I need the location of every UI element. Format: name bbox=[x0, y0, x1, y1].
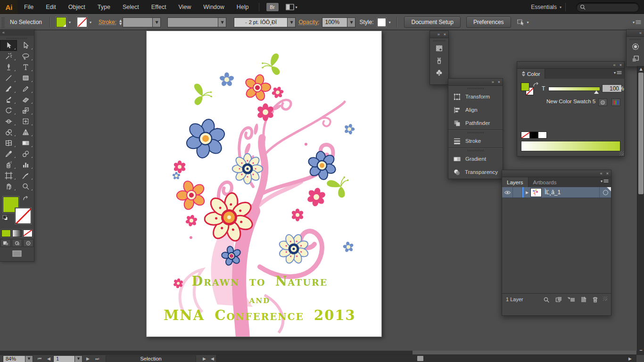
control-panel-menu-icon[interactable]: ▾ bbox=[633, 20, 641, 25]
artboards-icon[interactable] bbox=[435, 44, 443, 52]
tab-layers[interactable]: Layers bbox=[502, 177, 528, 187]
tab-color[interactable]: Color bbox=[517, 69, 545, 79]
default-fill-stroke-icon[interactable] bbox=[2, 214, 8, 221]
menu-item-edit[interactable]: Edit bbox=[40, 0, 62, 14]
menu-item-help[interactable]: Help bbox=[231, 0, 255, 14]
dock-item-gradient[interactable]: Gradient bbox=[448, 152, 503, 165]
menu-item-select[interactable]: Select bbox=[116, 0, 145, 14]
pen-tool[interactable] bbox=[0, 62, 17, 73]
scroll-up-icon[interactable]: ▲ bbox=[637, 66, 644, 72]
status-display[interactable]: Selection bbox=[106, 355, 196, 362]
selection-tool[interactable] bbox=[0, 40, 17, 51]
free-transform-tool[interactable] bbox=[17, 116, 34, 127]
draw-normal-button[interactable] bbox=[0, 239, 11, 247]
expand-panel-icon[interactable]: » bbox=[438, 32, 440, 37]
expand-panel-icon[interactable]: » bbox=[492, 80, 494, 84]
eraser-tool[interactable] bbox=[17, 94, 34, 105]
stroke-color-control[interactable]: ▾ bbox=[77, 17, 94, 27]
panel-grip[interactable] bbox=[433, 40, 446, 41]
chevron-down-icon[interactable]: ▾ bbox=[87, 17, 94, 27]
brush-definition-field[interactable] bbox=[167, 17, 218, 27]
stroke-color-swatch[interactable] bbox=[15, 208, 31, 224]
close-icon[interactable]: × bbox=[444, 32, 446, 37]
close-icon[interactable]: × bbox=[498, 80, 500, 84]
artboard-tool[interactable] bbox=[0, 170, 17, 181]
slice-tool[interactable] bbox=[17, 170, 34, 181]
magic-wand-tool[interactable] bbox=[0, 51, 17, 62]
zoom-dropdown-icon[interactable]: ▼ bbox=[25, 355, 33, 362]
shape-builder-tool[interactable] bbox=[0, 127, 17, 138]
new-sublayer-icon[interactable] bbox=[568, 296, 575, 303]
menu-item-object[interactable]: Object bbox=[62, 0, 91, 14]
dock-item-stroke[interactable]: Stroke bbox=[448, 134, 503, 148]
zoom-level-field[interactable]: 84% bbox=[3, 355, 25, 362]
color-mode-button[interactable] bbox=[1, 230, 11, 237]
panel-grip[interactable] bbox=[1, 16, 5, 28]
locate-object-icon[interactable] bbox=[543, 296, 550, 303]
select-similar-control[interactable]: ▾ bbox=[517, 18, 529, 26]
opacity-link[interactable]: Opacity: bbox=[298, 19, 319, 25]
screen-mode-button[interactable] bbox=[0, 250, 34, 257]
rgb-mode-icon[interactable] bbox=[611, 99, 620, 106]
menu-item-view[interactable]: View bbox=[172, 0, 197, 14]
menu-item-file[interactable]: File bbox=[18, 0, 40, 14]
mesh-tool[interactable] bbox=[0, 138, 17, 148]
artboard-canvas[interactable]: Drawn to Nature and MNA Conference 2013 bbox=[146, 31, 382, 337]
paintbrush-tool[interactable] bbox=[0, 83, 17, 94]
resize-grip[interactable] bbox=[619, 151, 624, 156]
visibility-toggle[interactable] bbox=[502, 187, 513, 197]
resize-grip[interactable] bbox=[603, 296, 607, 301]
first-artboard-icon[interactable]: ⏮ bbox=[38, 356, 41, 362]
collapse-panel-icon[interactable]: « bbox=[600, 171, 603, 176]
chevron-down-icon[interactable]: ▼ bbox=[218, 17, 226, 27]
gradient-mode-button[interactable] bbox=[12, 230, 22, 237]
layer-thumbnail[interactable] bbox=[530, 188, 542, 197]
stroke-weight-field[interactable] bbox=[123, 17, 153, 27]
symbols-icon[interactable] bbox=[435, 69, 443, 77]
chevron-down-icon[interactable]: ▾ bbox=[386, 17, 393, 27]
rectangle-tool[interactable] bbox=[17, 73, 34, 83]
style-swatch[interactable] bbox=[377, 18, 386, 27]
scale-tool[interactable] bbox=[17, 105, 34, 116]
panel-menu-icon[interactable]: ▾ bbox=[601, 179, 609, 183]
collapse-panel-icon[interactable]: « bbox=[613, 63, 616, 67]
column-graph-tool[interactable] bbox=[17, 159, 34, 170]
layer-row[interactable]: ▶ ÌĽ¸ă_1 bbox=[502, 187, 611, 198]
slider-handle[interactable] bbox=[594, 90, 599, 94]
swatch-options-icon[interactable] bbox=[598, 99, 607, 106]
opacity-field[interactable]: 100% bbox=[322, 17, 347, 27]
hscroll-right-icon[interactable]: ▶ bbox=[628, 356, 632, 361]
panel-grip[interactable] bbox=[468, 150, 484, 151]
none-swatch[interactable] bbox=[521, 132, 530, 139]
layer-name[interactable]: ÌĽ¸ă_1 bbox=[545, 189, 599, 196]
hscroll-left-icon[interactable]: ◀ bbox=[211, 356, 214, 361]
dock-item-transparency[interactable]: Transparency bbox=[448, 165, 503, 179]
menu-item-type[interactable]: Type bbox=[91, 0, 116, 14]
swatches-icon[interactable] bbox=[631, 55, 640, 63]
chevron-down-icon[interactable]: ▼ bbox=[347, 17, 355, 27]
panel-grip[interactable] bbox=[630, 39, 641, 40]
search-input[interactable] bbox=[576, 2, 639, 12]
brushes-icon[interactable] bbox=[435, 57, 443, 65]
width-tool[interactable] bbox=[0, 116, 17, 127]
none-mode-button[interactable] bbox=[23, 230, 33, 237]
rotate-tool[interactable] bbox=[0, 105, 17, 116]
draw-inside-button[interactable] bbox=[23, 239, 33, 247]
color-guide-icon[interactable] bbox=[631, 42, 640, 51]
eyedropper-tool[interactable] bbox=[0, 148, 17, 159]
vertical-scrollbar[interactable]: ▲ ▼ bbox=[637, 66, 644, 354]
close-icon[interactable]: × bbox=[606, 171, 609, 176]
blob-brush-tool[interactable] bbox=[0, 94, 17, 105]
white-swatch[interactable] bbox=[538, 132, 547, 139]
tint-slider[interactable] bbox=[548, 87, 600, 91]
preferences-button[interactable]: Preferences bbox=[466, 16, 511, 28]
clipping-mask-icon[interactable] bbox=[555, 296, 562, 303]
panel-grip[interactable] bbox=[468, 88, 484, 89]
zoom-tool[interactable] bbox=[17, 181, 34, 192]
stroke-swatch[interactable] bbox=[77, 17, 87, 27]
symbol-sprayer-tool[interactable] bbox=[0, 159, 17, 170]
horizontal-scroll-thumb[interactable] bbox=[417, 356, 423, 361]
disclosure-triangle[interactable]: ▶ bbox=[526, 190, 528, 195]
status-expand-icon[interactable]: ▶ bbox=[203, 356, 206, 361]
document-setup-button[interactable]: Document Setup bbox=[404, 16, 460, 28]
